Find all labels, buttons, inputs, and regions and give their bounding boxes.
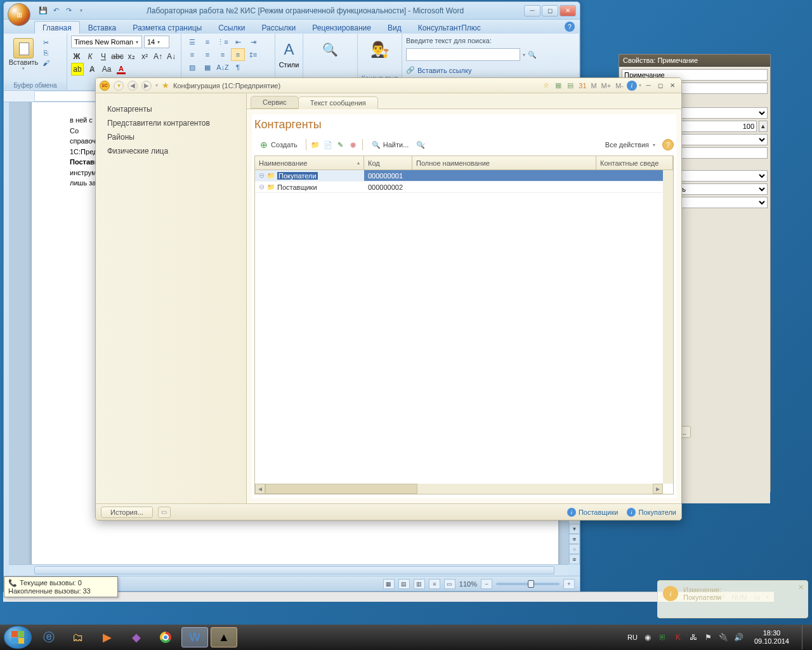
nav-dropdown-icon[interactable]: ▾ <box>114 81 124 91</box>
tab-view[interactable]: Вид <box>379 21 410 34</box>
info-icon[interactable]: i <box>627 81 637 91</box>
undo-icon[interactable]: ↶ <box>51 6 61 16</box>
favorite-icon[interactable]: ★ <box>162 81 169 90</box>
save-icon[interactable]: 💾 <box>38 6 48 16</box>
m-button[interactable]: M <box>589 82 598 90</box>
grow-font-button[interactable]: A↑ <box>152 50 164 63</box>
notification-toast[interactable]: i Изменение: Покупатели ✕ <box>657 580 808 618</box>
bold-button[interactable]: Ж <box>71 50 82 63</box>
horizontal-scrollbar[interactable] <box>9 564 568 576</box>
nav-fwd-icon[interactable]: ▶ <box>141 81 152 91</box>
task-word-icon[interactable]: W <box>181 627 208 647</box>
calc-icon[interactable]: ▤ <box>565 81 575 91</box>
table-row[interactable]: ⊖📁Поставщики 000000002 <box>255 182 673 193</box>
bullet-list-button[interactable]: ☰ <box>185 36 199 48</box>
grid-vscroll[interactable] <box>663 170 673 484</box>
tab-consultant[interactable]: КонсультантПлюс <box>410 21 489 34</box>
number-list-button[interactable]: ≡ <box>200 36 214 48</box>
col-fullname[interactable]: Полное наименование <box>412 156 596 169</box>
spin-up[interactable]: ▴ <box>759 121 768 132</box>
hscroll-thumb[interactable] <box>265 484 417 494</box>
tray-wifi-icon[interactable]: 🖧 <box>688 632 698 642</box>
multilevel-button[interactable]: ⋮≡ <box>216 36 230 48</box>
task-explorer-icon[interactable]: 🗂 <box>65 627 91 647</box>
tab-service[interactable]: Сервис <box>251 96 299 109</box>
clear-search-icon[interactable]: 🔍̷ <box>416 140 426 150</box>
app-close-button[interactable]: ✕ <box>667 81 678 90</box>
new-folder-icon[interactable]: 📁 <box>310 140 320 150</box>
prev-page-icon[interactable]: ≑ <box>569 534 580 544</box>
clock[interactable]: 18:3009.10.2014 <box>749 629 794 646</box>
view-web-icon[interactable]: ▥ <box>414 579 425 589</box>
tab-links[interactable]: Ссылки <box>210 21 253 34</box>
zoom-slider[interactable] <box>496 583 560 585</box>
tab-home[interactable]: Главная <box>34 21 80 34</box>
hscroll-right-icon[interactable]: ▶ <box>653 484 663 494</box>
superscript-button[interactable]: x² <box>139 50 150 63</box>
view-outline-icon[interactable]: ≡ <box>429 579 440 589</box>
zoom-value[interactable]: 110% <box>459 580 477 588</box>
line-spacing-button[interactable]: ‡≡ <box>246 48 260 61</box>
clear-format-button[interactable]: A̷ <box>86 63 98 76</box>
sidebar-item-regions[interactable]: Районы <box>96 130 246 144</box>
align-center-button[interactable]: ≡ <box>200 48 214 61</box>
notif-close-icon[interactable]: ✕ <box>798 583 804 592</box>
task-ie-icon[interactable]: ⓔ <box>36 627 62 647</box>
calendar-icon[interactable]: 31 <box>577 81 587 91</box>
tray-net-icon[interactable]: ◉ <box>643 632 653 642</box>
find-button[interactable]: 🔍Найти... <box>367 138 414 152</box>
tray-av-icon[interactable]: ⛨ <box>658 632 668 642</box>
subscript-button[interactable]: x₂ <box>126 50 137 63</box>
grid-hscroll[interactable]: ◀ ▶ <box>255 484 663 494</box>
justify-button[interactable]: ≡ <box>231 48 245 61</box>
sidebar-item-contragents[interactable]: Контаргенты <box>96 102 246 116</box>
zoom-out-button[interactable]: − <box>481 579 492 589</box>
grid-icon[interactable]: ▦ <box>553 81 563 91</box>
tray-power-icon[interactable]: 🔌 <box>719 632 729 642</box>
view-print-icon[interactable]: ▦ <box>383 579 395 589</box>
indent-dec-button[interactable]: ⇤ <box>231 36 245 48</box>
help-icon[interactable]: ? <box>565 22 575 32</box>
align-right-button[interactable]: ≡ <box>216 48 230 61</box>
zoom-in-button[interactable]: + <box>563 579 575 589</box>
copy-row-icon[interactable]: 📄 <box>323 140 333 150</box>
panel-toggle-icon[interactable]: ▭ <box>158 507 171 518</box>
indent-inc-button[interactable]: ⇥ <box>246 36 260 48</box>
office-button[interactable]: ⊞ <box>8 3 30 26</box>
consultant-button[interactable]: 👨‍⚖️ <box>362 36 398 63</box>
view-draft-icon[interactable]: ▭ <box>444 579 455 589</box>
search-go-icon[interactable]: 🔍 <box>528 51 537 59</box>
hscroll-thumb[interactable] <box>34 566 554 574</box>
align-left-button[interactable]: ≡ <box>185 48 199 61</box>
m-minus-button[interactable]: M- <box>614 82 625 90</box>
insert-link-button[interactable]: 🔗Вставить ссылку <box>406 66 575 74</box>
font-color-button[interactable]: A <box>115 63 128 76</box>
tab-mail[interactable]: Рассылки <box>253 21 304 34</box>
redo-icon[interactable]: ↷ <box>63 6 74 16</box>
close-button[interactable]: ✕ <box>560 5 576 17</box>
maximize-button[interactable]: ◻ <box>542 5 558 17</box>
history-button[interactable]: История... <box>101 507 153 518</box>
col-contact[interactable]: Контактные сведе <box>596 156 673 169</box>
hscroll-left-icon[interactable]: ◀ <box>255 484 265 494</box>
font-size-combo[interactable]: 14▾ <box>144 36 169 48</box>
strike-button[interactable]: abc <box>111 50 124 63</box>
search-input[interactable] <box>406 48 520 61</box>
edit-icon[interactable]: ✎ <box>336 140 346 150</box>
italic-button[interactable]: К <box>84 50 96 63</box>
browse-icon[interactable]: ○ <box>569 544 580 554</box>
borders-button[interactable]: ▦ <box>200 61 214 74</box>
task-app-icon[interactable]: ◆ <box>123 627 150 647</box>
show-marks-button[interactable]: ¶ <box>231 61 245 74</box>
col-code[interactable]: Код <box>364 156 412 169</box>
all-actions-button[interactable]: Все действия▾ <box>601 139 660 150</box>
star-small-icon[interactable]: ☆ <box>541 81 551 91</box>
app-maximize-button[interactable]: ◻ <box>655 81 665 90</box>
copy-icon[interactable]: ⎘ <box>41 48 51 57</box>
underline-button[interactable]: Ч <box>98 50 109 63</box>
scroll-down-icon[interactable]: ▼ <box>569 524 580 534</box>
status-link-suppliers[interactable]: iПоставщики <box>567 508 619 517</box>
shrink-font-button[interactable]: A↓ <box>166 50 177 63</box>
cut-icon[interactable]: ✂ <box>41 38 51 47</box>
font-name-combo[interactable]: Times New Roman▾ <box>71 36 142 48</box>
